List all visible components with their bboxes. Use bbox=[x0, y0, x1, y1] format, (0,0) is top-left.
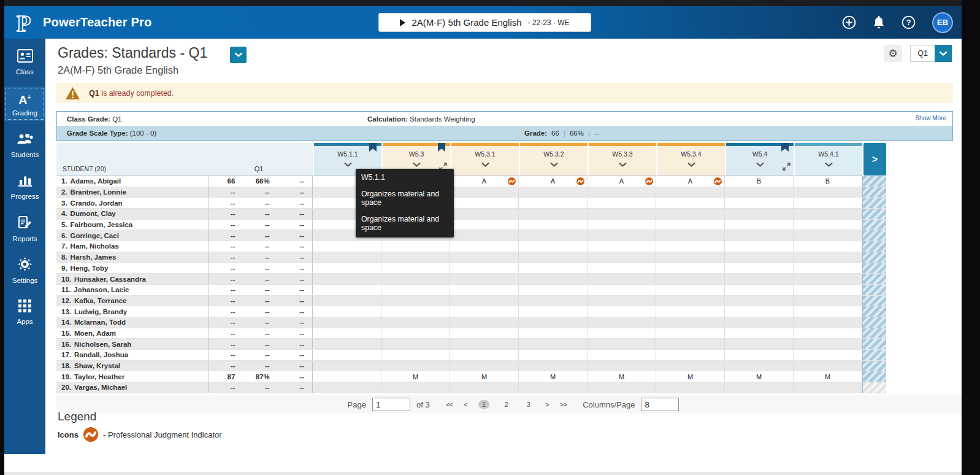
standard-grade-cell-W5.1.1[interactable] bbox=[313, 296, 381, 306]
standard-grade-cell-W5.3.2[interactable] bbox=[519, 339, 588, 349]
standard-grade-cell-W5.4.1[interactable] bbox=[794, 296, 862, 306]
q1-grade-cell[interactable]: ------ bbox=[209, 350, 313, 360]
student-name-cell[interactable]: 15.Moen, Adam bbox=[56, 328, 209, 339]
standard-grade-cell-W5.3[interactable] bbox=[381, 285, 450, 295]
standard-grade-cell-W5.3[interactable] bbox=[381, 252, 450, 263]
standard-grade-cell-W5.3.3[interactable]: A bbox=[588, 176, 656, 187]
standard-grade-cell-W5.1.1[interactable] bbox=[313, 371, 381, 382]
standard-grade-cell-W5.4.1[interactable] bbox=[794, 361, 862, 371]
standard-grade-cell-W5.4[interactable] bbox=[725, 274, 794, 284]
q1-grade-cell[interactable]: ------ bbox=[209, 252, 313, 263]
standard-grade-cell-W5.3.3[interactable] bbox=[588, 241, 656, 252]
standard-grade-cell-W5.4[interactable]: B bbox=[725, 176, 794, 187]
standard-grade-cell-W5.3.4[interactable] bbox=[656, 296, 725, 306]
columns-per-page-input[interactable] bbox=[641, 398, 679, 411]
standard-grade-cell-W5.3.2[interactable] bbox=[519, 230, 588, 241]
standard-grade-cell-W5.3.4[interactable] bbox=[656, 382, 725, 393]
standard-grade-cell-W5.3.3[interactable] bbox=[588, 263, 656, 274]
standard-grade-cell-W5.4.1[interactable] bbox=[794, 198, 862, 208]
q1-grade-cell[interactable]: ------ bbox=[209, 220, 313, 230]
student-name-cell[interactable]: 18.Shaw, Krystal bbox=[56, 361, 209, 371]
standard-column-header-W5.4.1[interactable]: W5.4.1 bbox=[794, 143, 862, 176]
q1-grade-cell[interactable]: ------ bbox=[209, 198, 313, 208]
student-name-cell[interactable]: 9.Heng, Toby bbox=[56, 263, 209, 274]
q1-grade-cell[interactable]: ------ bbox=[209, 382, 313, 393]
standard-grade-cell-W5.3.1[interactable] bbox=[450, 220, 519, 230]
show-more-link[interactable]: Show More bbox=[915, 115, 946, 122]
page-link-1[interactable]: 1 bbox=[478, 400, 489, 409]
student-name-cell[interactable]: 6.Gorringe, Caci bbox=[56, 230, 209, 241]
standard-grade-cell-W5.4[interactable] bbox=[725, 241, 794, 252]
standard-grade-cell-W5.3.3[interactable] bbox=[588, 317, 656, 328]
q1-grade-cell[interactable]: ------ bbox=[209, 317, 313, 328]
user-avatar[interactable]: EB bbox=[932, 12, 953, 33]
standard-column-header-W5.3.1[interactable]: W5.3.1 bbox=[450, 143, 519, 176]
standard-grade-cell-W5.3.2[interactable] bbox=[519, 274, 588, 284]
q1-grade-cell[interactable]: ------ bbox=[209, 209, 313, 219]
standard-grade-cell-W5.4.1[interactable] bbox=[794, 306, 862, 317]
standard-grade-cell-W5.4[interactable] bbox=[725, 339, 794, 349]
q1-grade-cell[interactable]: ------ bbox=[209, 339, 313, 349]
standard-grade-cell-W5.3.1[interactable] bbox=[450, 187, 519, 198]
standard-grade-cell-W5.3.2[interactable] bbox=[519, 382, 588, 393]
standard-grade-cell-W5.3.1[interactable] bbox=[450, 296, 519, 306]
term-selector[interactable]: Q1 bbox=[910, 45, 952, 62]
chevron-down-icon[interactable] bbox=[589, 162, 656, 168]
sidebar-item-reports[interactable]: Reports bbox=[4, 212, 45, 246]
grades-view-dropdown-button[interactable] bbox=[230, 47, 247, 63]
standard-grade-cell-W5.3.4[interactable]: A bbox=[656, 176, 725, 187]
q1-grade-cell[interactable]: 6666%-- bbox=[209, 176, 313, 187]
standard-grade-cell-W5.3.4[interactable] bbox=[656, 241, 725, 252]
standard-grade-cell-W5.3.1[interactable] bbox=[450, 198, 519, 208]
standard-column-header-W5.4[interactable]: W5.4 bbox=[725, 143, 794, 176]
standard-grade-cell-W5.4.1[interactable] bbox=[794, 187, 862, 198]
standard-grade-cell-W5.1.1[interactable] bbox=[313, 241, 381, 252]
chevron-down-icon[interactable] bbox=[520, 162, 588, 168]
student-name-cell[interactable]: 4.Dumont, Clay bbox=[56, 209, 209, 219]
standard-grade-cell-W5.3.4[interactable] bbox=[656, 252, 725, 263]
chevron-down-icon[interactable] bbox=[314, 162, 381, 168]
standard-grade-cell-W5.3[interactable] bbox=[381, 306, 450, 317]
standard-grade-cell-W5.4.1[interactable] bbox=[794, 274, 862, 284]
standard-grade-cell-W5.4[interactable] bbox=[725, 198, 794, 208]
standard-grade-cell-W5.1.1[interactable] bbox=[313, 350, 381, 360]
sidebar-item-settings[interactable]: Settings bbox=[4, 253, 45, 288]
standard-grade-cell-W5.3.2[interactable] bbox=[519, 328, 588, 339]
standard-grade-cell-W5.3.3[interactable] bbox=[588, 187, 656, 198]
standard-grade-cell-W5.3.1[interactable] bbox=[450, 230, 519, 241]
standard-column-header-W5.3.4[interactable]: W5.3.4 bbox=[656, 143, 725, 176]
standard-grade-cell-W5.4[interactable]: M bbox=[725, 371, 794, 382]
help-icon[interactable]: ? bbox=[902, 15, 916, 29]
chevron-down-icon[interactable] bbox=[657, 162, 725, 168]
q1-grade-cell[interactable]: ------ bbox=[209, 187, 313, 198]
standard-grade-cell-W5.4[interactable] bbox=[725, 285, 794, 295]
standard-grade-cell-W5.3.3[interactable] bbox=[588, 361, 656, 371]
notifications-bell-icon[interactable] bbox=[873, 15, 885, 29]
q1-grade-cell[interactable]: ------ bbox=[209, 274, 313, 284]
standard-grade-cell-W5.3.3[interactable] bbox=[588, 339, 656, 349]
standard-grade-cell-W5.3.1[interactable]: M bbox=[450, 371, 519, 382]
standard-grade-cell-W5.3[interactable] bbox=[381, 241, 450, 252]
standard-grade-cell-W5.3.1[interactable] bbox=[450, 285, 519, 295]
standard-grade-cell-W5.4[interactable] bbox=[725, 252, 794, 263]
standard-grade-cell-W5.4[interactable] bbox=[725, 209, 794, 219]
student-name-cell[interactable]: 19.Taylor, Heather bbox=[56, 371, 209, 382]
sidebar-item-grading[interactable]: A+Grading bbox=[4, 87, 45, 121]
sidebar-item-apps[interactable]: Apps bbox=[4, 295, 45, 330]
standard-grade-cell-W5.3.2[interactable] bbox=[519, 198, 588, 208]
standard-grade-cell-W5.4.1[interactable] bbox=[794, 382, 862, 393]
standard-grade-cell-W5.4[interactable] bbox=[725, 361, 794, 371]
standard-grade-cell-W5.3.4[interactable] bbox=[656, 361, 725, 371]
standard-grade-cell-W5.3.2[interactable] bbox=[519, 296, 588, 306]
standard-grade-cell-W5.3[interactable] bbox=[381, 382, 450, 393]
standard-grade-cell-W5.1.1[interactable] bbox=[313, 339, 381, 349]
standard-grade-cell-W5.3.3[interactable] bbox=[588, 198, 656, 208]
student-name-cell[interactable]: 16.Nicholsen, Sarah bbox=[56, 339, 209, 349]
standard-grade-cell-W5.4.1[interactable] bbox=[794, 241, 862, 252]
standard-grade-cell-W5.3.3[interactable] bbox=[588, 285, 656, 295]
standard-grade-cell-W5.3.2[interactable] bbox=[519, 209, 588, 219]
standard-grade-cell-W5.3.4[interactable] bbox=[656, 198, 725, 208]
q1-grade-cell[interactable]: ------ bbox=[209, 241, 313, 252]
standard-column-header-W5.3.2[interactable]: W5.3.2 bbox=[519, 143, 588, 176]
next-page-link[interactable]: > bbox=[545, 401, 549, 408]
